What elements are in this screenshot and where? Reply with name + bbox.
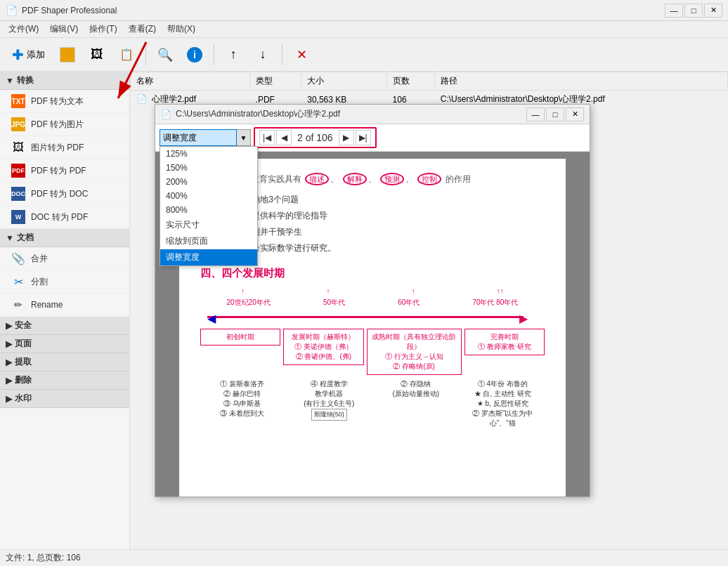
pdf-icon: 📄 <box>136 94 147 104</box>
modal-minimize-button[interactable]: — <box>526 107 545 121</box>
doc-to-pdf-label: DOC 转为 PDF <box>31 211 88 223</box>
prev-page-button[interactable]: ◀ <box>276 130 292 145</box>
menu-view[interactable]: 查看(Z) <box>123 22 162 37</box>
status-bar: 文件: 1, 总页数: 106 <box>0 549 728 566</box>
image-to-pdf-icon: 🖼 <box>11 140 25 154</box>
close-button[interactable]: ✕ <box>704 4 722 18</box>
zoom-option-125[interactable]: 125% <box>160 147 257 161</box>
search-icon: 🔍 <box>157 47 173 62</box>
page-navigation-box: |◀ ◀ 2 of 106 ▶ ▶| <box>254 127 377 148</box>
sidebar-item-image-to-pdf[interactable]: 🖼 图片转为 PDF <box>0 136 129 159</box>
toolbar-separator-1 <box>145 44 146 65</box>
sidebar-section-watermark[interactable]: ▶ 水印 <box>0 390 129 408</box>
restore-button[interactable]: □ <box>684 4 703 18</box>
zoom-option-actual[interactable]: 实示尺寸 <box>160 217 257 233</box>
zoom-select-container: 调整宽度 ▼ 125% 150% 200% 400% 800% 实示尺寸 缩放到… <box>160 129 251 146</box>
menu-help[interactable]: 帮助(X) <box>162 22 201 37</box>
toolbar-separator-3 <box>282 44 282 65</box>
split-icon: ✂ <box>11 275 25 289</box>
menu-operations[interactable]: 操作(T) <box>84 22 122 37</box>
sidebar-section-extract[interactable]: ▶ 提取 <box>0 353 129 371</box>
delete-button[interactable]: ✕ <box>288 41 315 68</box>
pdf-to-image-label: PDF 转为图片 <box>31 119 84 131</box>
next-page-button[interactable]: ▶ <box>339 130 354 145</box>
sidebar-item-pdf-to-pdf[interactable]: PDF PDF 转为 PDF <box>0 159 129 183</box>
pdf-to-image-icon: JPG <box>11 117 25 131</box>
minimize-button[interactable]: — <box>665 4 683 18</box>
zoom-option-fit-width[interactable]: 调整宽度 <box>160 249 257 265</box>
document-section-label: 文档 <box>17 232 34 244</box>
col-type: 类型 <box>249 72 301 91</box>
sidebar-section-document[interactable]: ▼ 文档 <box>0 229 129 247</box>
add-button[interactable]: ✚ 添加 <box>6 41 51 68</box>
sidebar-item-pdf-to-doc[interactable]: DOC PDF 转为 DOC <box>0 183 129 206</box>
image-tool-button[interactable]: 🖼 <box>84 41 110 68</box>
zoom-dropdown-button[interactable]: ▼ <box>237 129 251 146</box>
toolbar: ✚ 添加 🖼 📋 🔍 i ↑ ↓ ✕ <box>0 38 728 72</box>
col-name: 名称 <box>131 72 250 91</box>
zoom-option-800[interactable]: 800% <box>160 203 257 217</box>
modal-title-text: C:\Users\Administrator\Desktop\心理学2.pdf <box>176 108 526 120</box>
pages-section-label: 页面 <box>15 338 32 350</box>
main-layout: ▼ 转换 TXT PDF 转为文本 JPG PDF 转为图片 🖼 图片转为 PD… <box>0 72 728 549</box>
sidebar-item-rename[interactable]: ✏ Rename <box>0 294 129 317</box>
sidebar-section-security[interactable]: ▶ 安全 <box>0 317 129 335</box>
yellow-tool-button[interactable] <box>54 41 81 68</box>
modal-restore-button[interactable]: □ <box>546 107 564 121</box>
zoom-option-200[interactable]: 200% <box>160 175 257 189</box>
pdf-to-text-icon: TXT <box>11 94 25 108</box>
title-bar: 📄 PDF Shaper Professional — □ ✕ <box>0 0 728 21</box>
search-button[interactable]: 🔍 <box>152 41 178 68</box>
toolbar-separator-2 <box>214 44 214 65</box>
delete-arrow-icon: ▶ <box>6 376 12 386</box>
merge-label: 合并 <box>31 253 48 265</box>
sidebar-item-split[interactable]: ✂ 分割 <box>0 270 129 294</box>
image-to-pdf-label: 图片转为 PDF <box>31 142 84 154</box>
sidebar-item-pdf-to-image[interactable]: JPG PDF 转为图片 <box>0 113 129 136</box>
zoom-option-400[interactable]: 400% <box>160 189 257 203</box>
security-arrow-icon: ▶ <box>6 321 12 331</box>
delete-icon: ✕ <box>297 47 307 62</box>
split-label: 分割 <box>31 276 48 288</box>
sidebar-item-pdf-to-text[interactable]: TXT PDF 转为文本 <box>0 90 129 113</box>
move-up-button[interactable]: ↑ <box>220 41 247 68</box>
zoom-select[interactable]: 调整宽度 <box>160 129 237 146</box>
add-label: 添加 <box>27 48 45 61</box>
sidebar: ▼ 转换 TXT PDF 转为文本 JPG PDF 转为图片 🖼 图片转为 PD… <box>0 72 130 549</box>
extract-section-label: 提取 <box>15 356 32 368</box>
menu-edit[interactable]: 编辑(V) <box>44 22 84 37</box>
copy-icon: 📋 <box>119 48 134 61</box>
first-page-button[interactable]: |◀ <box>259 130 275 145</box>
pages-arrow-icon: ▶ <box>6 339 12 349</box>
zoom-option-150[interactable]: 150% <box>160 161 257 175</box>
pdf-to-pdf-label: PDF 转为 PDF <box>31 165 86 177</box>
window-controls: — □ ✕ <box>665 4 722 18</box>
col-pages: 页数 <box>386 72 434 91</box>
delete-section-label: 删除 <box>15 374 32 386</box>
page-info: 2 of 106 <box>293 132 337 143</box>
content-area: 名称 类型 大小 页数 路径 📄 心理学2.pdf .PDF 30,563 KB… <box>130 72 728 549</box>
pdf-timeline: ↑↑↑↑↑ 20世纪20年代50年代60年代70年代 80年代 ▶ ◀ <box>200 287 545 430</box>
up-arrow-icon: ↑ <box>230 47 237 62</box>
sidebar-section-delete[interactable]: ▶ 删除 <box>0 371 129 390</box>
sidebar-section-pages[interactable]: ▶ 页面 <box>0 335 129 353</box>
modal-close-button[interactable]: ✕ <box>566 107 584 121</box>
doc-to-pdf-icon: W <box>11 210 25 224</box>
zoom-current-value: 调整宽度 <box>163 132 197 144</box>
sidebar-section-convert[interactable]: ▼ 转换 <box>0 72 129 90</box>
watermark-arrow-icon: ▶ <box>6 394 12 404</box>
info-button[interactable]: i <box>181 41 208 68</box>
move-down-button[interactable]: ↓ <box>249 41 276 68</box>
sidebar-item-merge[interactable]: 📎 合并 <box>0 247 129 270</box>
merge-icon: 📎 <box>11 251 25 265</box>
info-icon: i <box>187 47 202 62</box>
last-page-button[interactable]: ▶| <box>356 130 371 145</box>
app-icon: 📄 <box>6 5 18 16</box>
copy-tool-button[interactable]: 📋 <box>113 41 140 68</box>
zoom-dropdown-list: 125% 150% 200% 400% 800% 实示尺寸 缩放到页面 调整宽度 <box>160 146 258 266</box>
pdf-to-doc-icon: DOC <box>11 187 25 201</box>
zoom-option-fit-page[interactable]: 缩放到页面 <box>160 233 257 249</box>
menu-file[interactable]: 文件(W) <box>3 22 44 37</box>
sidebar-item-doc-to-pdf[interactable]: W DOC 转为 PDF <box>0 206 129 229</box>
menu-bar: 文件(W) 编辑(V) 操作(T) 查看(Z) 帮助(X) <box>0 21 728 38</box>
